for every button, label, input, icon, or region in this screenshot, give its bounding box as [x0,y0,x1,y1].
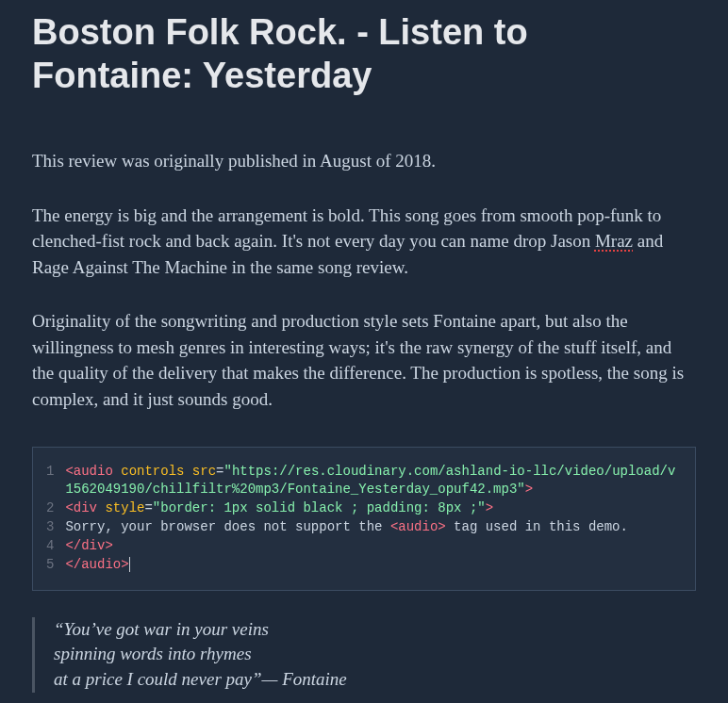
intro-paragraph: This review was originally published in … [32,148,696,174]
code-tag: <div [65,500,97,515]
code-attr: src [192,464,216,479]
code-content: </div> [65,537,682,556]
code-content: </audio> [65,556,682,575]
code-line: 5 </audio> [46,556,682,575]
code-content: <audio controls src="https://res.cloudin… [65,463,682,500]
article-container: Boston Folk Rock. - Listen to Fontaine: … [0,0,728,703]
code-tag: > [525,482,533,497]
code-block: 1 <audio controls src="https://res.cloud… [32,447,696,591]
code-sp [184,464,191,479]
code-tag: > [486,500,493,515]
body-paragraph-1: The energy is big and the arrangement is… [32,203,696,281]
line-number: 4 [46,537,65,556]
text-cursor [129,557,138,572]
code-tag: <audio [65,464,112,479]
code-attr: style [105,500,144,515]
quote-line: at a price I could never pay”— Fontaine [54,667,696,693]
code-attr: controls [121,464,184,479]
quote-line: spinning words into rhymes [54,642,696,667]
code-line: 1 <audio controls src="https://res.cloud… [46,463,682,500]
code-content: Sorry, your browser does not support the… [65,518,682,537]
line-number: 1 [46,463,65,500]
code-eq: = [144,500,152,515]
code-tag: </audio> [65,557,128,572]
body-paragraph-2: Originality of the songwriting and produ… [32,308,696,412]
code-table: 1 <audio controls src="https://res.cloud… [46,463,682,575]
page-title: Boston Folk Rock. - Listen to Fontaine: … [32,11,696,97]
text-run: The energy is big and the arrangement is… [32,205,661,252]
quote-line: “You’ve got war in your veins [54,617,696,643]
code-text: Sorry, your browser does not support the [65,519,389,534]
code-string: "border: 1px solid black ; padding: 8px … [153,500,486,515]
code-line: 3 Sorry, your browser does not support t… [46,518,682,537]
line-number: 3 [46,518,65,537]
code-tag: </div> [65,538,112,553]
line-number: 2 [46,499,65,518]
spellcheck-underline: Mraz [595,231,633,251]
code-sp [113,464,121,479]
code-text: tag used in this demo. [446,519,628,534]
code-line: 2 <div style="border: 1px solid black ; … [46,499,682,518]
blockquote: “You’ve got war in your veins spinning w… [32,617,696,693]
line-number: 5 [46,556,65,575]
code-content: <div style="border: 1px solid black ; pa… [65,499,682,518]
code-line: 4 </div> [46,537,682,556]
code-tag: <audio> [390,519,446,534]
